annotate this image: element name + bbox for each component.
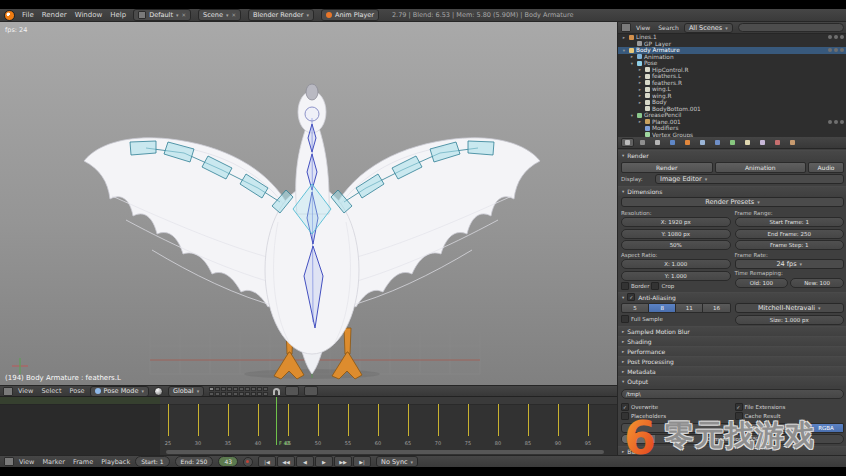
properties-tab-texture[interactable] [786,138,799,147]
aspect-y-field[interactable]: Y: 1.000 [621,271,731,281]
transform-orientation-dropdown[interactable]: Global ▾ [168,386,204,397]
properties-tab-render[interactable] [621,138,634,147]
selectability-toggle[interactable] [834,48,838,52]
play-reverse-button[interactable]: ◀ [296,456,314,467]
properties-tab-bone-constraints[interactable] [756,138,769,147]
layer-toggle-12[interactable] [215,392,220,396]
layer-toggle-11[interactable] [209,392,214,396]
timeline-summary-row[interactable] [0,397,160,405]
auto-keyframe-record-button[interactable] [243,457,253,467]
expand-icon[interactable]: ▸ [621,35,627,40]
layer-toggle-5[interactable] [233,387,238,391]
sync-dropdown[interactable]: No Sync ▾ [376,456,418,467]
animation-button[interactable]: Animation [715,162,807,173]
properties-tab-constraints[interactable] [696,138,709,147]
jump-to-start-button[interactable]: |◀ [258,456,276,467]
layer-toggle-18[interactable] [251,392,256,396]
selectability-toggle[interactable] [834,35,838,39]
layer-toggle-7[interactable] [245,387,250,391]
frame-step-field[interactable]: Frame Step: 1 [735,240,845,250]
panel-post-processing-header[interactable]: ▸Post Processing [618,356,846,366]
render-engine-dropdown[interactable]: Blender Render ▾ [248,9,314,21]
expand-icon[interactable]: ▸ [637,93,643,98]
expand-icon[interactable]: ▾ [629,113,635,118]
resolution-y-field[interactable]: Y: 1080 px [621,229,731,239]
properties-tab-bone[interactable] [741,138,754,147]
remap-old-field[interactable]: Old: 100 [735,278,789,288]
audio-button[interactable]: Audio [808,162,844,173]
keyframe-marker[interactable] [498,404,499,436]
viewport-3d[interactable]: fps: 24 (194) Body Armature : feathers.L [0,22,617,385]
layer-toggle-17[interactable] [245,392,250,396]
end-frame-field[interactable]: End: 250 [175,456,214,467]
timeline-canvas[interactable]: 253035404550556065707580859095F 43 [160,397,617,456]
anim-player-button[interactable]: Anim Player [321,9,379,21]
layer-toggle-6[interactable] [239,387,244,391]
panel-sampled-motion-blur-header[interactable]: ▸Sampled Motion Blur [618,326,846,336]
renderability-toggle[interactable] [840,48,844,52]
expand-icon[interactable]: ▸ [637,119,643,124]
renderability-toggle[interactable] [840,120,844,124]
properties-tab-object[interactable] [681,138,694,147]
keyframe-marker[interactable] [318,404,319,436]
timeline-channel-region[interactable] [0,397,161,456]
depth-rgb-option[interactable]: RGB [774,423,809,433]
frame-rate-dropdown[interactable]: 24 fps ▾ [735,259,845,269]
expand-icon[interactable]: ▸ [637,87,643,92]
keyframe-marker[interactable] [198,404,199,436]
overwrite-checkbox[interactable]: Overwrite [621,403,731,411]
keyframe-marker[interactable] [558,404,559,436]
keyframe-marker[interactable] [408,404,409,436]
properties-tab-scene[interactable] [651,138,664,147]
outliner-menu-search[interactable]: Search [658,24,679,31]
keyframe-marker[interactable] [258,404,259,436]
full-sample-checkbox[interactable]: Full Sample [621,315,731,323]
blender-logo-icon[interactable] [4,10,15,21]
viewport-canvas[interactable] [0,22,617,385]
start-frame-field[interactable]: Start: 1 [135,456,169,467]
aa-sample-11-option[interactable]: 11 [676,303,703,313]
keyframe-marker[interactable] [438,404,439,436]
layer-toggle-3[interactable] [221,387,226,391]
prev-keyframe-button[interactable]: ◀◀ [277,456,295,467]
keyframe-marker[interactable] [468,404,469,436]
render-presets-dropdown[interactable]: Render Presets ▾ [621,197,844,207]
panel-metadata-header[interactable]: ▸Metadata [618,366,846,376]
expand-icon[interactable]: ▸ [629,54,635,59]
editor-type-icon[interactable] [4,457,14,466]
panel-dimensions-header[interactable]: ▾ Dimensions [618,186,846,196]
visibility-toggle[interactable] [828,48,832,52]
timeline-menu-playback[interactable]: Playback [101,458,130,466]
expand-icon[interactable]: ▾ [621,48,627,53]
outliner-menu-view[interactable]: View [636,24,650,31]
crop-checkbox[interactable]: Crop [651,282,674,290]
snap-magnet-icon[interactable] [273,388,280,395]
expand-icon[interactable]: ▸ [637,80,643,85]
keyframe-marker[interactable] [378,404,379,436]
outliner-search-input[interactable] [738,23,844,32]
display-dropdown[interactable]: Image Editor ▾ [655,174,844,184]
layer-toggle-13[interactable] [221,392,226,396]
outliner-display-dropdown[interactable]: All Scenes ▾ [684,23,733,33]
start-frame-field[interactable]: Start Frame: 1 [735,217,845,227]
visibility-toggle[interactable] [828,35,832,39]
panel-performance-header[interactable]: ▸Performance [618,346,846,356]
properties-tab-object-data[interactable] [726,138,739,147]
renderability-toggle[interactable] [840,35,844,39]
file-extensions-checkbox[interactable]: File Extensions [735,403,845,411]
properties-tab-world[interactable] [666,138,679,147]
mode-dropdown[interactable]: Pose Mode ▾ [90,386,149,397]
viewport-shading-dropdown[interactable] [154,387,163,396]
viewport-menu-view[interactable]: View [18,387,33,395]
depth-rgba-option[interactable]: RGBA [809,423,844,433]
screen-layout-dropdown[interactable]: Default ▾ ✕ [133,9,191,21]
remap-new-field[interactable]: New: 100 [790,278,844,288]
cache-result-checkbox[interactable]: Cache Result [735,412,845,420]
selectability-toggle[interactable] [834,120,838,124]
play-button[interactable]: ▶ [315,456,333,467]
render-animation-button[interactable] [304,386,318,396]
end-frame-field[interactable]: End Frame: 250 [735,229,845,239]
layer-toggle-10[interactable] [263,387,268,391]
aa-size-field[interactable]: Size: 1.000 px [735,315,845,325]
expand-icon[interactable]: ▾ [629,61,635,66]
